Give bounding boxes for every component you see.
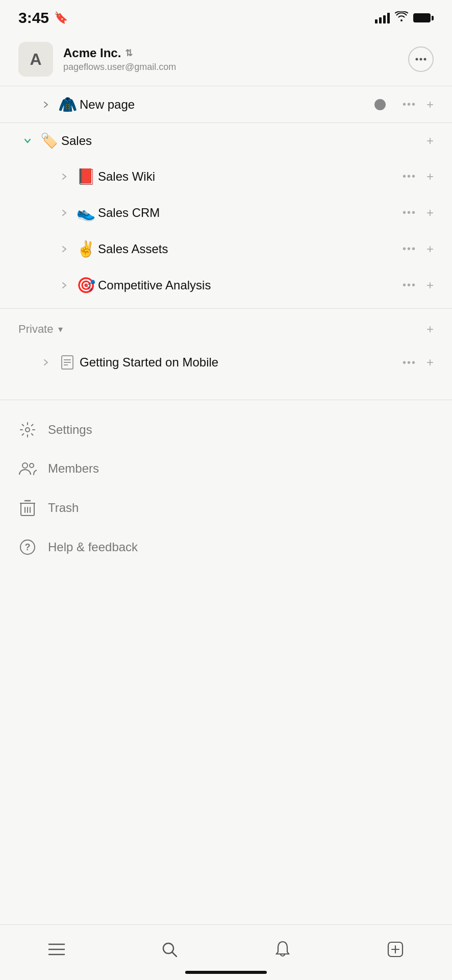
new-page-add-button[interactable]: + (426, 97, 434, 112)
help-icon: ? (18, 539, 37, 555)
wifi-icon (395, 11, 408, 24)
bottom-nav-search[interactable] (149, 934, 190, 965)
sales-icon: 🏷️ (37, 132, 61, 149)
members-label: Members (48, 461, 99, 476)
chevron-down-icon (18, 137, 37, 144)
sales-actions: + (426, 134, 434, 148)
dot-indicator (374, 99, 386, 110)
sales-crm-icon: 👟 (73, 204, 98, 222)
bottom-nav-menu[interactable] (36, 934, 77, 965)
workspace-name[interactable]: Acme Inc. ⇅ (63, 46, 176, 60)
nav-label-sales-wiki: Sales Wiki (98, 169, 403, 184)
chevron-right-icon (37, 101, 55, 108)
svg-point-21 (163, 943, 173, 953)
chevron-right-icon-gs (37, 359, 55, 366)
new-page-actions: ••• + (403, 97, 434, 112)
nav-label-sales-assets: Sales Assets (98, 242, 403, 256)
trash-item[interactable]: Trash (0, 488, 452, 528)
status-time: 3:45 (18, 9, 49, 27)
nav-label-sales: Sales (61, 134, 426, 148)
workspace-avatar[interactable]: A (18, 42, 53, 77)
sales-assets-actions: ••• + (403, 242, 434, 256)
chevron-right-icon-wiki (55, 173, 73, 180)
sales-assets-icon: ✌️ (73, 240, 98, 258)
workspace-name-text: Acme Inc. (63, 46, 121, 60)
help-label: Help & feedback (48, 540, 138, 554)
getting-started-actions: ••• + (403, 355, 434, 370)
settings-label: Settings (48, 423, 92, 437)
bottom-nav-notifications[interactable] (262, 934, 303, 965)
competitive-analysis-add-button[interactable]: + (426, 278, 434, 292)
settings-icon (18, 422, 37, 438)
sales-crm-actions: ••• + (403, 206, 434, 220)
nav-label-getting-started: Getting Started on Mobile (80, 355, 403, 370)
help-item[interactable]: ? Help & feedback (0, 528, 452, 567)
sales-add-button[interactable]: + (426, 134, 434, 148)
bookmark-icon: 🔖 (54, 11, 68, 24)
nav-label-sales-crm: Sales CRM (98, 206, 403, 220)
members-icon (18, 460, 37, 477)
status-icons (375, 11, 434, 24)
bottom-items: Settings Members (0, 400, 452, 577)
nav-item-sales[interactable]: 🏷️ Sales + (0, 123, 452, 158)
home-indicator (185, 971, 267, 974)
workspace-info: Acme Inc. ⇅ pageflows.user@gmail.com (63, 46, 176, 72)
nav-label-competitive-analysis: Competitive Analysis (98, 278, 403, 292)
new-page-icon: 🧥 (55, 95, 80, 113)
getting-started-icon (55, 355, 80, 370)
header-more-button[interactable] (408, 46, 434, 72)
sales-assets-add-button[interactable]: + (426, 242, 434, 256)
signal-icon (375, 12, 390, 23)
workspace-chevron-icon: ⇅ (125, 47, 133, 59)
sales-wiki-icon: 📕 (73, 167, 98, 185)
getting-started-more-button[interactable]: ••• (403, 357, 416, 369)
sales-wiki-add-button[interactable]: + (426, 169, 434, 184)
sales-crm-more-button[interactable]: ••• (403, 207, 416, 218)
private-label[interactable]: Private ▾ (18, 323, 63, 336)
svg-point-7 (26, 428, 30, 432)
workspace-header: A Acme Inc. ⇅ pageflows.user@gmail.com (0, 32, 452, 86)
nav-item-new-page[interactable]: 🧥 New page ••• + (0, 86, 452, 122)
nav-label-new-page: New page (80, 97, 403, 112)
sales-wiki-more-button[interactable]: ••• (403, 170, 416, 182)
sales-wiki-actions: ••• + (403, 169, 434, 184)
competitive-analysis-actions: ••• + (403, 278, 434, 292)
svg-point-2 (424, 58, 426, 61)
svg-line-22 (172, 952, 177, 957)
svg-point-0 (416, 58, 418, 61)
sidebar-nav: 🧥 New page ••• + 🏷️ Sales + 📕 Sales Wiki… (0, 86, 452, 577)
nav-item-competitive-analysis[interactable]: 🎯 Competitive Analysis ••• + (0, 267, 452, 303)
svg-point-8 (22, 463, 28, 468)
chevron-right-icon-ca (55, 282, 73, 289)
trash-label: Trash (48, 501, 79, 515)
private-add-button[interactable]: + (426, 322, 434, 336)
status-bar: 3:45 🔖 (0, 0, 452, 32)
nav-item-sales-crm[interactable]: 👟 Sales CRM ••• + (0, 194, 452, 231)
nav-item-getting-started[interactable]: Getting Started on Mobile ••• + (0, 346, 452, 379)
new-page-more-button[interactable]: ••• (403, 99, 416, 110)
nav-item-sales-wiki[interactable]: 📕 Sales Wiki ••• + (0, 158, 452, 194)
members-item[interactable]: Members (0, 449, 452, 488)
svg-point-9 (30, 463, 34, 468)
sales-assets-more-button[interactable]: ••• (403, 243, 416, 255)
settings-item[interactable]: Settings (0, 410, 452, 449)
svg-point-1 (420, 58, 422, 61)
private-label-text: Private (18, 323, 53, 336)
svg-text:?: ? (25, 542, 31, 552)
competitive-analysis-icon: 🎯 (73, 276, 98, 294)
sales-crm-add-button[interactable]: + (426, 206, 434, 220)
bottom-nav-new[interactable] (375, 934, 416, 965)
getting-started-add-button[interactable]: + (426, 355, 434, 370)
private-section-header: Private ▾ + (0, 309, 452, 346)
trash-icon (18, 499, 37, 517)
nav-item-sales-assets[interactable]: ✌️ Sales Assets ••• + (0, 231, 452, 267)
chevron-right-icon-assets (55, 246, 73, 253)
battery-icon (413, 13, 434, 22)
competitive-analysis-more-button[interactable]: ••• (403, 279, 416, 291)
workspace-email: pageflows.user@gmail.com (63, 62, 176, 72)
chevron-right-icon-crm (55, 209, 73, 216)
private-chevron-icon: ▾ (58, 324, 63, 335)
